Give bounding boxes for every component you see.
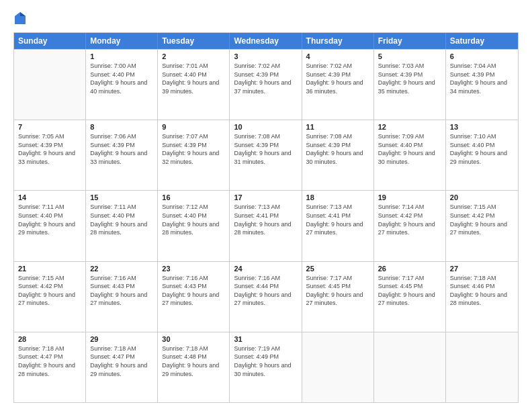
cal-cell-8: 8Sunrise: 7:06 AM Sunset: 4:39 PM Daylig… [86,120,158,190]
cell-day-number: 19 [378,193,441,201]
cell-info: Sunrise: 7:18 AM Sunset: 4:48 PM Dayligh… [162,345,225,378]
cell-day-number: 31 [234,335,297,343]
cal-cell-15: 15Sunrise: 7:11 AM Sunset: 4:40 PM Dayli… [86,191,158,261]
cell-info: Sunrise: 7:02 AM Sunset: 4:39 PM Dayligh… [306,62,369,95]
header-day-tuesday: Tuesday [158,33,230,49]
cal-cell-13: 13Sunrise: 7:10 AM Sunset: 4:40 PM Dayli… [446,120,518,190]
header-day-sunday: Sunday [14,33,86,49]
logo-icon [13,11,27,26]
cell-day-number: 21 [18,265,81,273]
cal-cell-20: 20Sunrise: 7:15 AM Sunset: 4:42 PM Dayli… [446,191,518,261]
cell-day-number: 30 [162,335,225,343]
cell-info: Sunrise: 7:13 AM Sunset: 4:41 PM Dayligh… [234,203,297,236]
cal-cell-17: 17Sunrise: 7:13 AM Sunset: 4:41 PM Dayli… [230,191,302,261]
cal-cell-30: 30Sunrise: 7:18 AM Sunset: 4:48 PM Dayli… [158,332,230,402]
cell-info: Sunrise: 7:12 AM Sunset: 4:40 PM Dayligh… [162,203,225,236]
cal-cell-7: 7Sunrise: 7:05 AM Sunset: 4:39 PM Daylig… [14,120,86,190]
cell-info: Sunrise: 7:11 AM Sunset: 4:40 PM Dayligh… [90,203,153,236]
cell-day-number: 24 [234,265,297,273]
header-day-saturday: Saturday [446,33,518,49]
header [13,11,519,26]
cal-cell-9: 9Sunrise: 7:07 AM Sunset: 4:39 PM Daylig… [158,120,230,190]
cal-cell-empty-w0-d0 [14,50,86,120]
cal-cell-16: 16Sunrise: 7:12 AM Sunset: 4:40 PM Dayli… [158,191,230,261]
cell-info: Sunrise: 7:10 AM Sunset: 4:40 PM Dayligh… [450,132,514,166]
cell-day-number: 2 [162,52,225,60]
cell-info: Sunrise: 7:03 AM Sunset: 4:39 PM Dayligh… [378,62,441,95]
cal-cell-27: 27Sunrise: 7:18 AM Sunset: 4:46 PM Dayli… [446,262,518,332]
cell-day-number: 3 [234,52,297,60]
cal-cell-23: 23Sunrise: 7:16 AM Sunset: 4:43 PM Dayli… [158,262,230,332]
cal-cell-19: 19Sunrise: 7:14 AM Sunset: 4:42 PM Dayli… [374,191,446,261]
cal-cell-18: 18Sunrise: 7:13 AM Sunset: 4:41 PM Dayli… [302,191,374,261]
cal-cell-24: 24Sunrise: 7:16 AM Sunset: 4:44 PM Dayli… [230,262,302,332]
cal-cell-4: 4Sunrise: 7:02 AM Sunset: 4:39 PM Daylig… [302,50,374,120]
cell-day-number: 1 [90,52,153,60]
cell-info: Sunrise: 7:05 AM Sunset: 4:39 PM Dayligh… [18,132,81,166]
cell-info: Sunrise: 7:09 AM Sunset: 4:40 PM Dayligh… [378,132,441,166]
cal-cell-1: 1Sunrise: 7:00 AM Sunset: 4:40 PM Daylig… [86,50,158,120]
header-day-monday: Monday [86,33,158,49]
cell-day-number: 22 [90,265,153,273]
cell-info: Sunrise: 7:16 AM Sunset: 4:43 PM Dayligh… [90,274,153,308]
cell-info: Sunrise: 7:18 AM Sunset: 4:47 PM Dayligh… [18,345,81,378]
week-row-4: 21Sunrise: 7:15 AM Sunset: 4:42 PM Dayli… [14,261,518,332]
cell-day-number: 29 [90,335,153,343]
cal-cell-3: 3Sunrise: 7:02 AM Sunset: 4:39 PM Daylig… [230,50,302,120]
cal-cell-5: 5Sunrise: 7:03 AM Sunset: 4:39 PM Daylig… [374,50,446,120]
cell-info: Sunrise: 7:06 AM Sunset: 4:39 PM Dayligh… [90,132,153,166]
header-day-friday: Friday [374,33,446,49]
cell-day-number: 28 [18,335,81,343]
cal-cell-empty-w4-d6 [446,332,518,402]
week-row-3: 14Sunrise: 7:11 AM Sunset: 4:40 PM Dayli… [14,190,518,261]
cell-day-number: 7 [18,123,81,131]
cell-day-number: 12 [378,123,441,131]
cell-day-number: 20 [450,193,514,201]
svg-marker-1 [20,12,26,16]
cell-day-number: 27 [450,265,514,273]
cell-day-number: 15 [90,193,153,201]
cell-day-number: 14 [18,193,81,201]
cal-cell-empty-w4-d5 [374,332,446,402]
cell-day-number: 16 [162,193,225,201]
cal-cell-25: 25Sunrise: 7:17 AM Sunset: 4:45 PM Dayli… [302,262,374,332]
cell-info: Sunrise: 7:04 AM Sunset: 4:39 PM Dayligh… [450,62,514,95]
cell-info: Sunrise: 7:11 AM Sunset: 4:40 PM Dayligh… [18,203,81,236]
logo [13,11,28,26]
cell-day-number: 4 [306,52,369,60]
cell-info: Sunrise: 7:16 AM Sunset: 4:43 PM Dayligh… [162,274,225,308]
cell-info: Sunrise: 7:13 AM Sunset: 4:41 PM Dayligh… [306,203,369,236]
cell-info: Sunrise: 7:02 AM Sunset: 4:39 PM Dayligh… [234,62,297,95]
cell-info: Sunrise: 7:07 AM Sunset: 4:39 PM Dayligh… [162,132,225,166]
cal-cell-10: 10Sunrise: 7:08 AM Sunset: 4:39 PM Dayli… [230,120,302,190]
cell-info: Sunrise: 7:15 AM Sunset: 4:42 PM Dayligh… [450,203,514,236]
cal-cell-28: 28Sunrise: 7:18 AM Sunset: 4:47 PM Dayli… [14,332,86,402]
cell-day-number: 23 [162,265,225,273]
header-day-wednesday: Wednesday [230,33,302,49]
cal-cell-11: 11Sunrise: 7:08 AM Sunset: 4:39 PM Dayli… [302,120,374,190]
cell-day-number: 5 [378,52,441,60]
calendar-body: 1Sunrise: 7:00 AM Sunset: 4:40 PM Daylig… [14,49,518,402]
cell-info: Sunrise: 7:17 AM Sunset: 4:45 PM Dayligh… [378,274,441,308]
cell-day-number: 6 [450,52,514,60]
cal-cell-empty-w4-d4 [302,332,374,402]
cell-day-number: 25 [306,265,369,273]
header-day-thursday: Thursday [302,33,374,49]
cal-cell-14: 14Sunrise: 7:11 AM Sunset: 4:40 PM Dayli… [14,191,86,261]
cell-day-number: 13 [450,123,514,131]
week-row-5: 28Sunrise: 7:18 AM Sunset: 4:47 PM Dayli… [14,332,518,402]
cell-info: Sunrise: 7:00 AM Sunset: 4:40 PM Dayligh… [90,62,153,95]
week-row-1: 1Sunrise: 7:00 AM Sunset: 4:40 PM Daylig… [14,49,518,120]
cell-info: Sunrise: 7:18 AM Sunset: 4:46 PM Dayligh… [450,274,514,308]
cell-info: Sunrise: 7:17 AM Sunset: 4:45 PM Dayligh… [306,274,369,308]
cell-day-number: 8 [90,123,153,131]
cal-cell-26: 26Sunrise: 7:17 AM Sunset: 4:45 PM Dayli… [374,262,446,332]
cell-day-number: 26 [378,265,441,273]
cell-info: Sunrise: 7:08 AM Sunset: 4:39 PM Dayligh… [234,132,297,166]
calendar-header-row: SundayMondayTuesdayWednesdayThursdayFrid… [14,33,518,49]
cell-info: Sunrise: 7:16 AM Sunset: 4:44 PM Dayligh… [234,274,297,308]
page: SundayMondayTuesdayWednesdayThursdayFrid… [0,0,532,411]
cell-day-number: 11 [306,123,369,131]
cell-info: Sunrise: 7:19 AM Sunset: 4:49 PM Dayligh… [234,345,297,378]
cell-info: Sunrise: 7:08 AM Sunset: 4:39 PM Dayligh… [306,132,369,166]
